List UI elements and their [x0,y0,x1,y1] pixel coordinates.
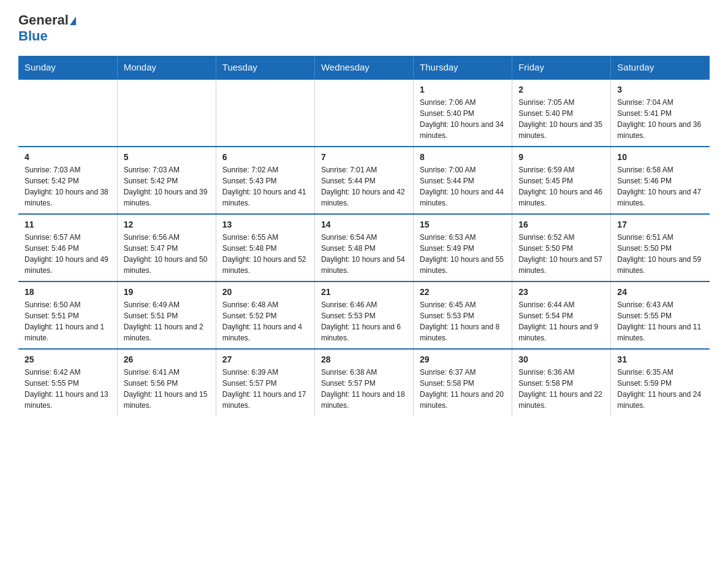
day-info: Sunrise: 6:38 AM Sunset: 5:57 PM Dayligh… [321,367,407,411]
calendar-cell: 26Sunrise: 6:41 AM Sunset: 5:56 PM Dayli… [117,349,216,416]
calendar-cell: 1Sunrise: 7:06 AM Sunset: 5:40 PM Daylig… [414,79,512,147]
day-number: 24 [617,287,703,297]
calendar-cell: 18Sunrise: 6:50 AM Sunset: 5:51 PM Dayli… [18,282,117,349]
day-header-tuesday: Tuesday [216,56,314,79]
day-info: Sunrise: 6:56 AM Sunset: 5:47 PM Dayligh… [124,232,210,276]
day-header-sunday: Sunday [18,56,117,79]
day-info: Sunrise: 6:45 AM Sunset: 5:53 PM Dayligh… [420,299,506,343]
calendar-week-2: 4Sunrise: 7:03 AM Sunset: 5:42 PM Daylig… [18,147,710,214]
calendar-week-5: 25Sunrise: 6:42 AM Sunset: 5:55 PM Dayli… [18,349,710,416]
day-info: Sunrise: 7:03 AM Sunset: 5:42 PM Dayligh… [124,164,210,209]
day-info: Sunrise: 6:53 AM Sunset: 5:49 PM Dayligh… [420,232,506,276]
day-number: 20 [222,287,308,297]
calendar-cell: 22Sunrise: 6:45 AM Sunset: 5:53 PM Dayli… [414,282,512,349]
calendar-cell: 3Sunrise: 7:04 AM Sunset: 5:41 PM Daylig… [611,79,710,147]
calendar-cell: 16Sunrise: 6:52 AM Sunset: 5:50 PM Dayli… [512,214,611,282]
day-info: Sunrise: 6:57 AM Sunset: 5:46 PM Dayligh… [25,232,111,276]
day-number: 28 [321,354,407,364]
day-info: Sunrise: 7:03 AM Sunset: 5:42 PM Dayligh… [25,164,111,209]
day-number: 14 [321,220,407,229]
day-number: 13 [222,220,308,229]
day-info: Sunrise: 7:00 AM Sunset: 5:44 PM Dayligh… [420,164,506,209]
calendar-cell: 25Sunrise: 6:42 AM Sunset: 5:55 PM Dayli… [18,349,117,416]
day-number: 6 [222,152,308,162]
calendar-week-3: 11Sunrise: 6:57 AM Sunset: 5:46 PM Dayli… [18,214,710,282]
logo-blue: Blue [18,28,76,44]
day-number: 31 [617,354,703,364]
calendar-cell: 15Sunrise: 6:53 AM Sunset: 5:49 PM Dayli… [414,214,512,282]
day-number: 21 [321,287,407,297]
day-number: 22 [420,287,506,297]
calendar-cell: 7Sunrise: 7:01 AM Sunset: 5:44 PM Daylig… [314,147,413,214]
calendar-header-row: SundayMondayTuesdayWednesdayThursdayFrid… [18,56,710,79]
day-info: Sunrise: 6:36 AM Sunset: 5:58 PM Dayligh… [518,367,604,411]
day-info: Sunrise: 6:35 AM Sunset: 5:59 PM Dayligh… [617,367,703,411]
calendar-cell [216,79,314,147]
calendar-cell: 8Sunrise: 7:00 AM Sunset: 5:44 PM Daylig… [414,147,512,214]
page-header: General Blue [18,12,710,45]
day-number: 16 [518,220,604,229]
day-number: 10 [617,152,703,162]
calendar-cell: 19Sunrise: 6:49 AM Sunset: 5:51 PM Dayli… [117,282,216,349]
calendar-cell: 5Sunrise: 7:03 AM Sunset: 5:42 PM Daylig… [117,147,216,214]
day-number: 18 [25,287,111,297]
day-number: 19 [124,287,210,297]
calendar-cell: 28Sunrise: 6:38 AM Sunset: 5:57 PM Dayli… [314,349,413,416]
day-number: 8 [420,152,506,162]
calendar-cell: 2Sunrise: 7:05 AM Sunset: 5:40 PM Daylig… [512,79,611,147]
calendar-cell: 6Sunrise: 7:02 AM Sunset: 5:43 PM Daylig… [216,147,314,214]
calendar-table: SundayMondayTuesdayWednesdayThursdayFrid… [18,56,710,416]
day-number: 4 [25,152,111,162]
day-info: Sunrise: 6:46 AM Sunset: 5:53 PM Dayligh… [321,299,407,343]
day-header-friday: Friday [512,56,611,79]
calendar-cell: 29Sunrise: 6:37 AM Sunset: 5:58 PM Dayli… [414,349,512,416]
calendar-cell: 24Sunrise: 6:43 AM Sunset: 5:55 PM Dayli… [611,282,710,349]
calendar-cell [18,79,117,147]
day-info: Sunrise: 6:39 AM Sunset: 5:57 PM Dayligh… [222,367,308,411]
calendar-cell: 23Sunrise: 6:44 AM Sunset: 5:54 PM Dayli… [512,282,611,349]
calendar-cell [117,79,216,147]
day-number: 7 [321,152,407,162]
calendar-cell: 4Sunrise: 7:03 AM Sunset: 5:42 PM Daylig… [18,147,117,214]
day-header-saturday: Saturday [611,56,710,79]
day-info: Sunrise: 6:54 AM Sunset: 5:48 PM Dayligh… [321,232,407,276]
day-info: Sunrise: 6:41 AM Sunset: 5:56 PM Dayligh… [124,367,210,411]
day-info: Sunrise: 6:48 AM Sunset: 5:52 PM Dayligh… [222,299,308,343]
day-info: Sunrise: 6:43 AM Sunset: 5:55 PM Dayligh… [617,299,703,343]
calendar-cell: 12Sunrise: 6:56 AM Sunset: 5:47 PM Dayli… [117,214,216,282]
calendar-cell [314,79,413,147]
day-info: Sunrise: 7:06 AM Sunset: 5:40 PM Dayligh… [420,97,506,141]
day-info: Sunrise: 7:01 AM Sunset: 5:44 PM Dayligh… [321,164,407,209]
day-info: Sunrise: 6:52 AM Sunset: 5:50 PM Dayligh… [518,232,604,276]
day-info: Sunrise: 7:04 AM Sunset: 5:41 PM Dayligh… [617,97,703,141]
day-number: 26 [124,354,210,364]
calendar-cell: 31Sunrise: 6:35 AM Sunset: 5:59 PM Dayli… [611,349,710,416]
day-header-thursday: Thursday [414,56,512,79]
day-info: Sunrise: 7:05 AM Sunset: 5:40 PM Dayligh… [518,97,604,141]
logo: General Blue [18,12,76,45]
day-header-monday: Monday [117,56,216,79]
day-number: 27 [222,354,308,364]
day-number: 2 [518,85,604,94]
calendar-week-4: 18Sunrise: 6:50 AM Sunset: 5:51 PM Dayli… [18,282,710,349]
day-info: Sunrise: 6:44 AM Sunset: 5:54 PM Dayligh… [518,299,604,343]
day-number: 9 [518,152,604,162]
day-number: 3 [617,85,703,94]
day-info: Sunrise: 6:42 AM Sunset: 5:55 PM Dayligh… [25,367,111,411]
calendar-week-1: 1Sunrise: 7:06 AM Sunset: 5:40 PM Daylig… [18,79,710,147]
day-number: 29 [420,354,506,364]
day-number: 23 [518,287,604,297]
calendar-cell: 30Sunrise: 6:36 AM Sunset: 5:58 PM Dayli… [512,349,611,416]
day-info: Sunrise: 7:02 AM Sunset: 5:43 PM Dayligh… [222,164,308,209]
day-info: Sunrise: 6:55 AM Sunset: 5:48 PM Dayligh… [222,232,308,276]
calendar-cell: 14Sunrise: 6:54 AM Sunset: 5:48 PM Dayli… [314,214,413,282]
logo-general: General [18,12,76,28]
day-number: 30 [518,354,604,364]
day-info: Sunrise: 6:59 AM Sunset: 5:45 PM Dayligh… [518,164,604,209]
calendar-cell: 11Sunrise: 6:57 AM Sunset: 5:46 PM Dayli… [18,214,117,282]
day-info: Sunrise: 6:51 AM Sunset: 5:50 PM Dayligh… [617,232,703,276]
logo-triangle-icon [70,17,76,25]
day-number: 1 [420,85,506,94]
calendar-cell: 9Sunrise: 6:59 AM Sunset: 5:45 PM Daylig… [512,147,611,214]
day-number: 5 [124,152,210,162]
